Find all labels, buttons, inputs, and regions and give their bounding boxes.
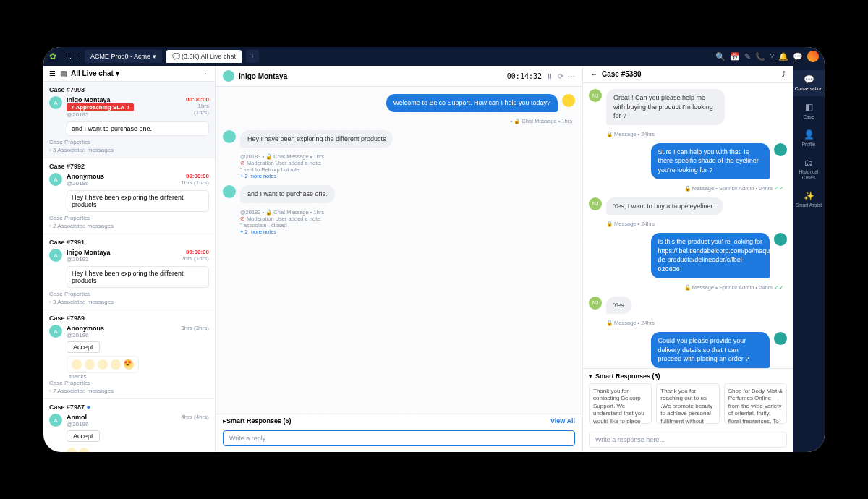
add-tab-button[interactable]: +	[246, 50, 259, 63]
associated-messages[interactable]: ▫ 3 Associated messages	[49, 299, 209, 305]
case-item[interactable]: Case #7989 A Anonymous @20186 3hrs (3hrs…	[43, 310, 215, 399]
view-all-link[interactable]: View All	[550, 417, 575, 425]
customer-message: Yes	[606, 297, 631, 315]
case-avatar-icon: A	[49, 325, 62, 338]
rail-item-conversation[interactable]: 💬Conversation	[793, 70, 825, 96]
rail-item-profile[interactable]: 👤Profile	[793, 125, 825, 151]
response-input[interactable]: Write a response here...	[589, 432, 787, 448]
smart-response-card[interactable]: Shop for Body Mist & Perfumes Online fro…	[724, 383, 787, 424]
incoming-message: and I want to purchase one.	[240, 185, 335, 203]
customer-avatar-icon	[223, 130, 236, 143]
menu-icon[interactable]: ☰	[49, 69, 56, 77]
customer-avatar-icon: NJ	[589, 297, 602, 310]
agent-avatar-icon	[774, 233, 787, 246]
brand-logo-icon: ✿	[49, 51, 56, 61]
outgoing-message: Welcome to Belco Support. How can I help…	[386, 94, 558, 112]
agent-avatar-icon	[774, 143, 787, 156]
list-icon[interactable]: ▤	[60, 69, 67, 77]
case-avatar-icon: A	[49, 173, 62, 186]
case-item[interactable]: Case #7993 A Inigo Montaya 7 Approaching…	[43, 82, 215, 158]
incoming-message: Hey I have been exploring the different …	[240, 130, 393, 148]
agent-avatar-icon	[562, 94, 575, 107]
edit-icon[interactable]: ✎	[744, 52, 751, 61]
right-rail: 💬Conversation◧Case👤Profile🗂Historical Ca…	[793, 66, 825, 452]
smart-response-card[interactable]: Thank you for contacting Belcorp Support…	[589, 383, 652, 424]
reaction-row: 😍	[67, 356, 139, 373]
associated-messages[interactable]: ▫ 7 Associated messages	[49, 388, 209, 394]
agent-message: Sure I can help you with that. Is there …	[651, 143, 770, 179]
bell-icon[interactable]: 🔔	[778, 52, 788, 61]
user-avatar[interactable]	[807, 51, 819, 62]
rail-item-case[interactable]: ◧Case	[793, 98, 825, 124]
case-smart-responses-toggle[interactable]: ▾ Smart Responses (3)	[589, 372, 787, 380]
case-detail-column: ← Case #5380 ⤴ NJGreat ! Can you please …	[583, 66, 793, 452]
associated-messages[interactable]: ▫ 2 Associated messages	[49, 223, 209, 229]
case-avatar-icon: A	[49, 249, 62, 262]
conversation-timer: 00:14:32	[507, 72, 542, 80]
rail-item-smart-assist[interactable]: ✨Smart Assist	[793, 187, 825, 213]
message-preview: and I want to purchase one.	[67, 121, 209, 136]
calendar-icon[interactable]: 📅	[730, 52, 740, 61]
rail-item-historical-cases[interactable]: 🗂Historical Cases	[793, 153, 825, 185]
live-chat-tab[interactable]: 💬 (3.6K) All Live chat	[166, 50, 242, 63]
customer-message: Yes, I want to buy a taupe eyeliner .	[606, 197, 723, 216]
smart-responses-bar[interactable]: ▸ Smart Responses (6) View All	[216, 414, 582, 427]
call-icon[interactable]: 📞	[755, 52, 765, 61]
search-icon[interactable]: 🔍	[715, 52, 726, 61]
accept-button[interactable]: Accept	[67, 430, 100, 442]
conv-more-icon[interactable]: ⋯	[568, 72, 575, 80]
agent-message: Could you please provide your delivery d…	[651, 332, 770, 368]
accept-button[interactable]: Accept	[67, 341, 100, 353]
workspace-tab[interactable]: ACME Prod0 - Acme ▾	[85, 50, 162, 63]
customer-avatar-icon	[223, 185, 236, 198]
case-item[interactable]: Case #7987 ● A Anmol @20186 4hrs (4hrs)A…	[43, 399, 215, 452]
case-item[interactable]: Case #7992 A Anonymous @20186 00:00:001h…	[43, 158, 215, 234]
message-preview: Hey I have been exploring the different …	[67, 266, 209, 288]
cases-filter-dropdown[interactable]: All Live chat ▾	[71, 69, 119, 77]
customer-message: Great ! Can you please help me with buyi…	[606, 89, 725, 125]
customer-avatar-icon: NJ	[589, 197, 602, 210]
cases-more-icon[interactable]: ⋯	[202, 69, 209, 77]
reply-input[interactable]: Write a reply	[223, 430, 575, 446]
case-avatar-icon: A	[49, 414, 62, 427]
message-preview: Hey I have been exploring the different …	[67, 190, 209, 212]
customer-avatar-icon: NJ	[589, 89, 602, 102]
refresh-icon[interactable]: ⟳	[558, 72, 563, 80]
help-icon[interactable]: ?	[770, 52, 774, 61]
case-avatar-icon: A	[49, 96, 62, 109]
conversation-column: Inigo Montaya 00:14:32 ⏸ ⟳ ⋯ Welcome to …	[216, 66, 583, 452]
contact-avatar	[223, 70, 234, 82]
chat-icon[interactable]: 💬	[793, 52, 803, 61]
share-icon[interactable]: ⤴	[782, 70, 786, 78]
pause-icon[interactable]: ⏸	[546, 72, 553, 80]
app-topbar: ✿ ⋮⋮⋮ ACME Prod0 - Acme ▾ 💬 (3.6K) All L…	[43, 47, 825, 66]
cases-column: ☰ ▤ All Live chat ▾ ⋯ Case #7993 A Inigo…	[43, 66, 216, 452]
contact-name: Inigo Montaya	[239, 72, 287, 80]
case-item[interactable]: Case #7991 A Inigo Montaya @20183 00:00:…	[43, 234, 215, 310]
smart-response-card[interactable]: Thank you for reaching out to us .We pro…	[656, 383, 719, 424]
back-icon[interactable]: ←	[590, 70, 597, 78]
agent-avatar-icon	[774, 332, 787, 345]
case-title: Case #5380	[602, 70, 642, 78]
sla-badge: 7 Approaching SLA !	[67, 103, 134, 111]
apps-icon[interactable]: ⋮⋮⋮	[61, 53, 80, 60]
associated-messages[interactable]: ▫ 3 Associated messages	[49, 147, 209, 153]
agent-message: Is this the product you' re looking for …	[651, 233, 770, 278]
